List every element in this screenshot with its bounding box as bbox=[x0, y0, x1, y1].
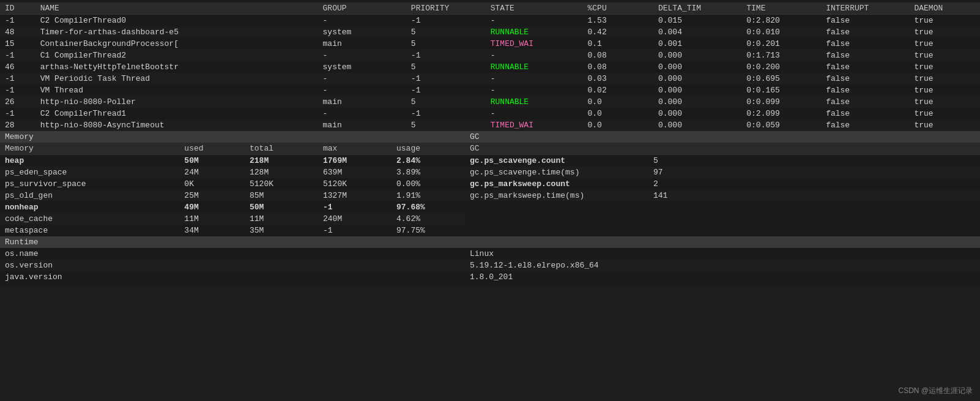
table-row: 26http-nio-8080-Pollermain5RUNNABLE0.00.… bbox=[0, 96, 980, 108]
mem-col-max: max bbox=[318, 143, 392, 155]
memory-section-header: Memory bbox=[0, 131, 465, 143]
col-delta: DELTA_TIM bbox=[653, 2, 741, 15]
table-row: 48Timer-for-arthas-dashboard-e5system5RU… bbox=[0, 26, 980, 38]
table-row: code_cache11M11M240M4.62% bbox=[0, 213, 465, 225]
col-time: TIME bbox=[741, 2, 821, 15]
table-row: gc.ps_marksweep.count2 bbox=[465, 178, 980, 190]
table-row: gc.ps_scavenge.time(ms)97 bbox=[465, 167, 980, 178]
table-row: os.nameLinux bbox=[0, 248, 980, 260]
table-row: nonheap49M50M-197.68% bbox=[0, 201, 465, 213]
table-row: heap50M218M1769M2.84% bbox=[0, 155, 465, 167]
table-row: os.version5.19.12-1.el8.elrepo.x86_64 bbox=[0, 260, 980, 271]
gc-area: GC gc.ps_scavenge.count5gc.ps_scavenge.t… bbox=[465, 143, 980, 236]
table-row: metaspace34M35M-197.75% bbox=[0, 225, 465, 236]
col-interrupt: INTERRUPT bbox=[821, 2, 909, 15]
table-row: ps_survivor_space0K5120K5120K0.00% bbox=[0, 178, 465, 190]
runtime-section-header: Runtime bbox=[0, 236, 980, 248]
memory-area: Memory used total max usage heap50M218M1… bbox=[0, 143, 465, 236]
col-daemon: DAEMON bbox=[909, 2, 980, 15]
terminal-output: ID NAME GROUP PRIORITY STATE %CPU DELTA_… bbox=[0, 0, 980, 285]
memory-table: Memory used total max usage heap50M218M1… bbox=[0, 143, 465, 236]
gc-col-name: GC bbox=[465, 143, 648, 155]
table-row: java.version1.8.0_201 bbox=[0, 271, 980, 283]
table-row: -1VM Thread--1-0.020.0000:0.165falsetrue bbox=[0, 84, 980, 96]
table-row: gc.ps_marksweep.time(ms)141 bbox=[465, 190, 980, 201]
table-row: -1C2 CompilerThread1--1-0.00.0000:2.099f… bbox=[0, 108, 980, 119]
table-row: -1C1 CompilerThread2--1-0.080.0000:1.713… bbox=[0, 50, 980, 61]
table-row: 28http-nio-8080-AsyncTimeoutmain5TIMED_W… bbox=[0, 119, 980, 131]
table-row: 46arthas-NettyHttpTelnetBootstrsystem5RU… bbox=[0, 61, 980, 73]
col-state: STATE bbox=[486, 2, 583, 15]
runtime-table: os.nameLinuxos.version5.19.12-1.el8.elre… bbox=[0, 248, 980, 283]
table-row: 15ContainerBackgroundProcessor[main5TIME… bbox=[0, 38, 980, 50]
table-row: ps_eden_space24M128M639M3.89% bbox=[0, 167, 465, 178]
table-row: gc.ps_scavenge.count5 bbox=[465, 155, 980, 167]
gc-table: GC gc.ps_scavenge.count5gc.ps_scavenge.t… bbox=[465, 143, 980, 201]
mem-col-name: Memory bbox=[0, 143, 179, 155]
col-cpu: %CPU bbox=[583, 2, 653, 15]
gc-col-value bbox=[648, 143, 980, 155]
mem-col-total: total bbox=[245, 143, 318, 155]
gc-section-header: GC bbox=[465, 131, 980, 143]
watermark: CSDN @运维生涯记录 bbox=[898, 386, 973, 396]
col-priority: PRIORITY bbox=[406, 2, 486, 15]
col-group: GROUP bbox=[318, 2, 406, 15]
table-row: ps_old_gen25M85M1327M1.91% bbox=[0, 190, 465, 201]
mem-col-usage: usage bbox=[392, 143, 465, 155]
thread-table: ID NAME GROUP PRIORITY STATE %CPU DELTA_… bbox=[0, 2, 980, 131]
mem-col-used: used bbox=[179, 143, 245, 155]
col-name: NAME bbox=[35, 2, 318, 15]
table-row: -1VM Periodic Task Thread--1-0.030.0000:… bbox=[0, 73, 980, 84]
col-id: ID bbox=[0, 2, 35, 15]
table-row: -1C2 CompilerThread0--1-1.530.0150:2.820… bbox=[0, 15, 980, 27]
